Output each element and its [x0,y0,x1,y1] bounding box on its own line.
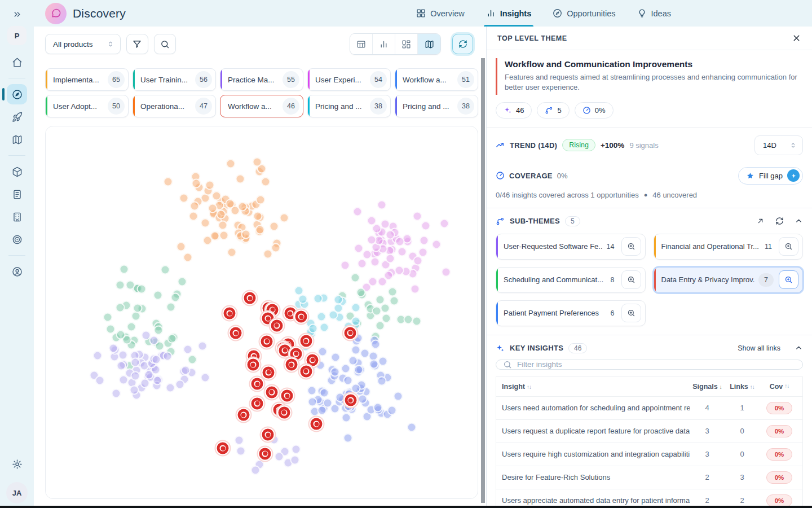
sidebar-item-organization[interactable] [7,207,27,227]
theme-chip[interactable]: Pricing and ...38 [307,95,391,117]
cluster-dot[interactable] [362,250,372,260]
subtheme-card[interactable]: Data Entry & Privacy Improv...7 [654,267,804,293]
cluster-dot[interactable] [356,288,366,297]
sidebar-item-products[interactable] [7,161,27,182]
theme-chip[interactable]: User Experi...54 [307,68,391,91]
column-signals[interactable]: Signals↓ [690,383,725,391]
highlighted-insight-dot[interactable] [262,429,274,441]
cluster-dot[interactable] [292,445,301,454]
cluster-dot[interactable] [378,356,388,366]
theme-chip[interactable]: Workflow a...46 [220,95,303,117]
cluster-dot[interactable] [226,159,235,168]
theme-chip[interactable]: User Adopt...50 [45,95,129,117]
cluster-dot[interactable] [421,221,431,231]
column-cov[interactable]: Cov↑↓ [760,383,799,391]
cluster-dot[interactable] [351,303,360,312]
cluster-dot[interactable] [371,339,381,349]
cluster-dot[interactable] [407,422,416,432]
column-links[interactable]: Links↑↓ [725,383,760,391]
cluster-dot[interactable] [369,359,378,369]
cluster-dot[interactable] [412,317,421,326]
cluster-dot[interactable] [116,330,125,340]
insight-row[interactable]: Users require high customization and int… [496,443,802,466]
open-subthemes-button[interactable] [756,217,765,225]
cluster-dot[interactable] [341,364,351,373]
cluster-dot[interactable] [154,326,164,335]
cluster-dot[interactable] [118,350,128,360]
cluster-dot[interactable] [180,365,190,375]
cluster-dot[interactable] [92,351,102,361]
sidebar-item-launch[interactable] [7,107,27,127]
cluster-dot[interactable] [336,392,345,402]
column-insight[interactable]: Insight↑↓ [502,383,690,391]
cluster-dot[interactable] [235,174,245,183]
cluster-dot[interactable] [367,235,377,245]
cluster-dot[interactable] [188,211,198,221]
cluster-dot[interactable] [253,212,262,221]
tab-opportunities[interactable]: Opportunities [553,0,615,27]
cluster-dot[interactable] [381,303,390,313]
highlighted-insight-dot[interactable] [261,335,273,347]
refresh-subthemes-button[interactable] [775,217,784,225]
cluster-dot[interactable] [112,388,121,398]
cluster-dot[interactable] [153,375,162,385]
highlighted-insight-dot[interactable] [295,311,307,323]
filter-insights-input[interactable] [517,360,796,369]
highlighted-insight-dot[interactable] [307,354,319,366]
cluster-dot[interactable] [162,352,172,361]
cluster-dot[interactable] [341,261,350,270]
highlighted-insight-dot[interactable] [244,292,256,304]
show-all-links-button[interactable]: Show all links [738,344,780,352]
cluster-dot[interactable] [120,265,129,274]
subtheme-card[interactable]: Patient Payment Preferences6 [496,300,646,326]
cluster-dot[interactable] [161,265,170,274]
cluster-dot[interactable] [176,242,186,252]
cluster-dot[interactable] [167,334,177,343]
cluster-dot[interactable] [354,243,363,253]
cluster-dot[interactable] [235,435,244,445]
zoom-subtheme-button[interactable] [621,237,641,256]
sidebar-item-customers[interactable] [7,261,27,282]
cluster-dot[interactable] [389,296,399,306]
cluster-dot[interactable] [166,302,175,312]
cluster-dot[interactable] [413,256,423,266]
view-chart-button[interactable] [373,34,395,54]
cluster-dot[interactable] [205,181,215,190]
cluster-dot[interactable] [298,295,307,304]
search-button[interactable] [154,34,176,54]
subtheme-card[interactable]: User-Requested Software Fe...14 [496,234,646,260]
sidebar-item-goals[interactable] [7,229,27,249]
cluster-dot[interactable] [227,247,236,257]
highlighted-insight-dot[interactable] [345,327,356,339]
view-board-button[interactable] [395,34,418,54]
subtheme-card[interactable]: Scheduling and Communicat...8 [496,267,646,293]
insight-row[interactable]: Desire for Feature-Rich Solutions230% [496,466,802,489]
zoom-subtheme-button[interactable] [779,270,798,289]
cluster-dot[interactable] [149,335,158,345]
highlighted-insight-dot[interactable] [271,319,283,331]
cluster-dot[interactable] [351,273,360,282]
cluster-dot[interactable] [418,247,427,257]
refresh-button[interactable] [452,34,473,54]
cluster-dot[interactable] [140,378,150,388]
cluster-dot[interactable] [117,361,126,370]
cluster-dot[interactable] [385,254,395,264]
fill-gap-button[interactable]: Fill gap [738,167,803,185]
cluster-dot[interactable] [375,295,385,304]
cluster-dot[interactable] [373,403,382,413]
cluster-dot[interactable] [395,237,404,247]
cluster-dot[interactable] [385,230,395,240]
cluster-dot[interactable] [255,195,265,204]
cluster-dot[interactable] [323,398,333,408]
highlighted-insight-dot[interactable] [237,409,249,421]
sidebar-item-discovery[interactable] [7,84,27,104]
cluster-dot[interactable] [387,405,397,415]
cluster-dot[interactable] [166,383,175,392]
cluster-dot[interactable] [130,358,140,367]
cluster-dot[interactable] [129,386,139,395]
cluster-dot[interactable] [308,397,317,406]
theme-chip[interactable]: Implementa...65 [45,68,129,91]
highlighted-insight-dot[interactable] [251,397,263,409]
cluster-dot[interactable] [261,177,271,186]
cluster-dot[interactable] [370,257,379,266]
